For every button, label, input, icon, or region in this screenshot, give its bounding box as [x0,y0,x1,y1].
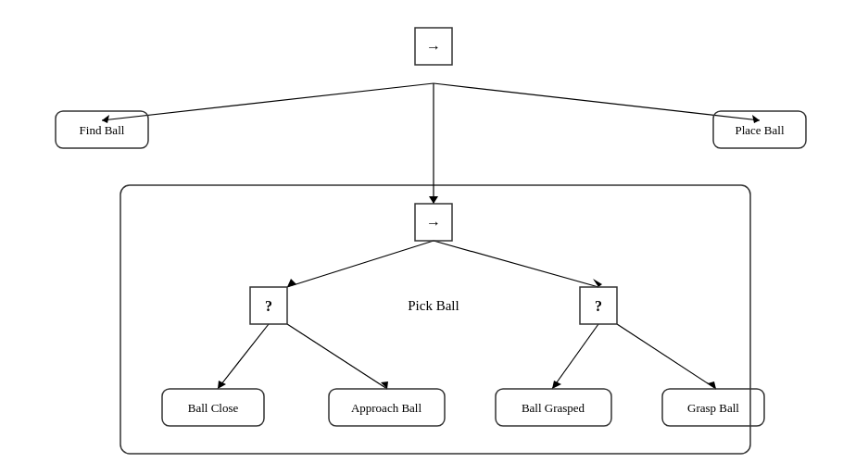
arrow-root-find [102,115,109,123]
approach-ball-label: Approach Ball [351,401,422,415]
grasp-ball-label: Grasp Ball [687,401,739,415]
sel-right-label: ? [595,298,602,314]
arrow-root-pick [429,196,438,204]
line-pick-selright [434,241,598,287]
find-ball-label: Find Ball [80,123,125,137]
arrow-root-place [752,115,760,123]
sel-left-label: ? [265,298,272,314]
ball-grasped-label: Ball Grasped [522,401,585,415]
line-selright-graspball [617,324,716,389]
line-selright-ballgrasped [552,324,598,389]
ball-close-label: Ball Close [188,401,239,415]
root-seq-label: → [426,39,441,55]
line-selleft-approach [287,324,387,389]
diagram-svg: → Find Ball Place Ball → Pick Ball ? ? B… [0,0,868,475]
pick-ball-text: Pick Ball [408,298,459,313]
line-selleft-ballclose [218,324,269,389]
arrow-selleft-ballclose [218,381,226,389]
pick-ball-seq-label: → [426,215,441,231]
place-ball-label: Place Ball [735,123,784,137]
arrow-selright-graspball [708,381,716,389]
line-root-place [434,83,760,120]
line-root-find [102,83,434,120]
line-pick-selleft [287,241,434,287]
